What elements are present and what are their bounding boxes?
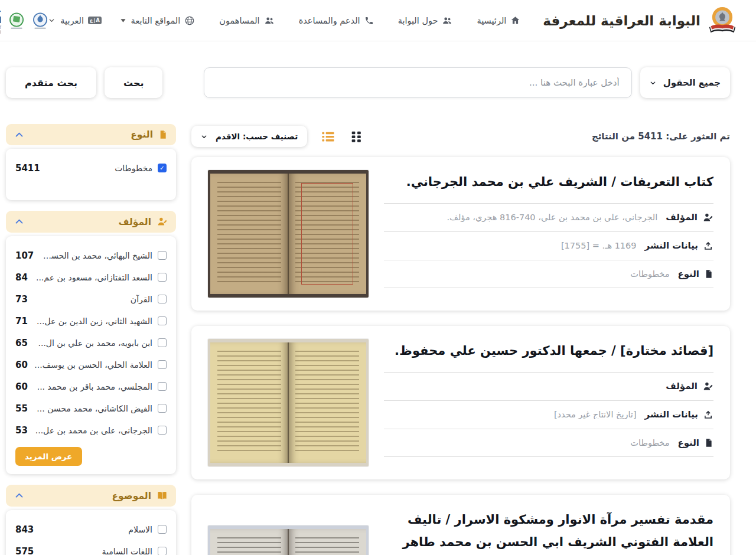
show-more-button[interactable]: عرض المزيد xyxy=(15,447,82,466)
facet-item-label: مخطوطات xyxy=(115,164,152,173)
facet-item[interactable]: الشهيد الثاني، زين الدين بن عل... 71 xyxy=(15,310,167,332)
facet-subject-title: الموضوع xyxy=(112,490,168,501)
facet-author: المؤلف الشيخ البهائي، محمد بن الحسي... 1… xyxy=(6,211,176,474)
chevron-up-icon[interactable] xyxy=(14,130,24,140)
facet-checkbox[interactable] xyxy=(158,295,167,303)
results-toolbar: تم العثور على: 5411 من النتائج تصنيف حسب… xyxy=(191,124,730,149)
result-title[interactable]: [قصائد مختارة] / جمعها الدكتور حسين علي … xyxy=(384,340,713,363)
meta-value-type: مخطوطات xyxy=(630,269,669,279)
facet-type: النوع مخطوطات 5411 xyxy=(6,124,176,200)
nav-item[interactable]: Aع العربية xyxy=(48,16,101,25)
facet-item[interactable]: السعد التفتازاني، مسعود بن عم... 84 xyxy=(15,266,167,288)
facet-item[interactable]: ابن بابويه، محمد بن علي بن ال... 65 xyxy=(15,332,167,354)
nav-item[interactable]: حول البوابة xyxy=(393,15,453,26)
main-nav: الرئيسية حول البوابة الدعم والمساعدة الم… xyxy=(48,15,520,26)
facet-checkbox[interactable] xyxy=(158,316,167,325)
publish-icon xyxy=(703,240,713,251)
meta-value-publication: [تاريخ الانتاج غير محدد] xyxy=(554,410,637,419)
facet-item[interactable]: القرآن 73 xyxy=(15,288,167,310)
advanced-search-button[interactable]: بحث متقدم xyxy=(6,67,96,98)
manuscript-image xyxy=(210,342,366,463)
facet-author-title-text: المؤلف xyxy=(118,217,151,227)
center-emblem-icon[interactable] xyxy=(8,9,25,32)
nav-item-label: الرئيسية xyxy=(477,16,506,25)
list-icon[interactable] xyxy=(320,129,336,145)
facet-item[interactable]: الفيض الكاشاني، محمد محسن ... 55 xyxy=(15,397,167,419)
facet-item-label: الجرجاني، علي بن محمد بن عل... xyxy=(35,426,152,435)
phone-icon xyxy=(364,16,374,25)
facet-item-label: الفيض الكاشاني، محمد محسن ... xyxy=(37,404,152,413)
facet-checkbox[interactable] xyxy=(158,382,167,391)
result-thumbnail[interactable] xyxy=(208,339,369,466)
facet-checkbox[interactable] xyxy=(158,404,167,413)
facet-subject-title-text: الموضوع xyxy=(112,491,151,501)
alkafeel-logo[interactable]: جامعة الكفيل University of Alkafeel xyxy=(0,6,1,35)
top-header: البوابة العراقية للمعرفة الرئيسية حول ال… xyxy=(0,0,756,41)
facet-author-header[interactable]: المؤلف xyxy=(6,211,176,233)
facet-item-label: العلامة الحلي، الحسن بن يوسف... xyxy=(34,360,152,370)
facet-checkbox[interactable] xyxy=(158,525,167,534)
result-meta: المؤلف الجرجاني، علي بن محمد بن علي، 740… xyxy=(384,203,713,288)
search-input[interactable] xyxy=(204,67,631,98)
facet-checkbox[interactable] xyxy=(158,338,167,347)
alkafeel-subtitle: University of Alkafeel xyxy=(0,25,1,35)
result-card: مقدمة تفسير مرآة الانوار ومشكوة الاسرار … xyxy=(191,495,730,555)
facet-checkbox[interactable] xyxy=(158,273,167,282)
facet-item[interactable]: الشيخ البهائي، محمد بن الحسي... 107 xyxy=(15,244,167,266)
facet-item[interactable]: الاسلام 843 xyxy=(15,518,167,540)
facet-subject-header[interactable]: الموضوع xyxy=(6,485,176,507)
facet-item[interactable]: المجلسي، محمد باقر بن محمد ... 60 xyxy=(15,376,167,397)
facet-item[interactable]: مخطوطات 5411 xyxy=(15,157,167,179)
result-meta: المؤلف بيانات النشر [تاريخ الانتاج غير م… xyxy=(384,372,713,457)
facet-item-count: 65 xyxy=(15,338,34,348)
result-card: كتاب التعريفات / الشريف علي بن محمد الجر… xyxy=(191,157,730,311)
nav-item[interactable]: المساهمون xyxy=(214,15,274,26)
search-scope-dropdown[interactable]: جميع الحقول xyxy=(640,67,730,98)
result-thumbnail[interactable] xyxy=(208,170,369,298)
result-title[interactable]: مقدمة تفسير مرآة الانوار ومشكوة الاسرار … xyxy=(384,509,713,555)
facet-checkbox[interactable] xyxy=(158,164,167,172)
meta-type-label-text: النوع xyxy=(677,269,699,279)
facet-subject-body: الاسلام 843 اللغات السامية 575 الشيعة 49… xyxy=(6,510,176,555)
sort-dropdown[interactable]: تصنيف حسب: الاقدم xyxy=(191,126,307,147)
meta-author-label-text: المؤلف xyxy=(666,212,698,223)
manuscript-image xyxy=(210,174,366,294)
library-emblem-icon[interactable] xyxy=(32,9,48,32)
file-icon xyxy=(704,269,713,279)
chevron-up-icon[interactable] xyxy=(14,491,24,501)
facet-item-count: 71 xyxy=(15,316,34,327)
nav-item[interactable]: الدعم والمساعدة xyxy=(294,16,374,25)
chevron-up-icon[interactable] xyxy=(14,217,24,227)
facet-item[interactable]: الجرجاني، علي بن محمد بن عل... 53 xyxy=(15,419,167,441)
alkafeel-text: جامعة الكفيل University of Alkafeel xyxy=(0,6,1,35)
facet-checkbox[interactable] xyxy=(158,360,167,369)
result-thumbnail[interactable] xyxy=(208,525,369,555)
facet-checkbox[interactable] xyxy=(158,251,167,260)
meta-type-label-text: النوع xyxy=(677,438,699,448)
grid-icon[interactable] xyxy=(349,129,364,144)
portal-logo[interactable]: البوابة العراقية للمعرفة xyxy=(543,5,738,36)
search-button[interactable]: بحث xyxy=(105,67,162,98)
facet-checkbox[interactable] xyxy=(158,426,167,435)
meta-label-publication: بيانات النشر xyxy=(645,240,713,251)
facet-item-label: الشهيد الثاني، زين الدين بن عل... xyxy=(37,316,152,326)
meta-value-publication: 1169 هـ. = [1755] xyxy=(561,241,637,250)
book-icon xyxy=(157,490,168,501)
results-count: تم العثور على: 5411 من النتائج xyxy=(592,131,730,142)
facet-item[interactable]: اللغات السامية 575 xyxy=(15,540,167,555)
chevron-down-icon xyxy=(650,80,656,86)
meta-row-publication: بيانات النشر 1169 هـ. = [1755] xyxy=(384,231,713,260)
facet-item-count: 575 xyxy=(15,546,40,555)
facet-checkbox[interactable] xyxy=(158,547,167,555)
result-title[interactable]: كتاب التعريفات / الشريف علي بن محمد الجر… xyxy=(384,171,713,194)
nav-item[interactable]: المواقع التابعة xyxy=(120,15,195,26)
portal-emblem-icon xyxy=(706,5,738,36)
facet-author-body: الشيخ البهائي، محمد بن الحسي... 107 السع… xyxy=(6,236,176,474)
facet-type-header[interactable]: النوع xyxy=(6,124,176,145)
result-card-body: كتاب التعريفات / الشريف علي بن محمد الجر… xyxy=(384,170,713,298)
facet-item-label: القرآن xyxy=(131,295,152,304)
facet-item[interactable]: العلامة الحلي، الحسن بن يوسف... 60 xyxy=(15,354,167,376)
nav-item[interactable]: الرئيسية xyxy=(471,15,520,25)
meta-row-publication: بيانات النشر [تاريخ الانتاج غير محدد] xyxy=(384,400,713,429)
nav-item-label: العربية xyxy=(60,16,84,25)
